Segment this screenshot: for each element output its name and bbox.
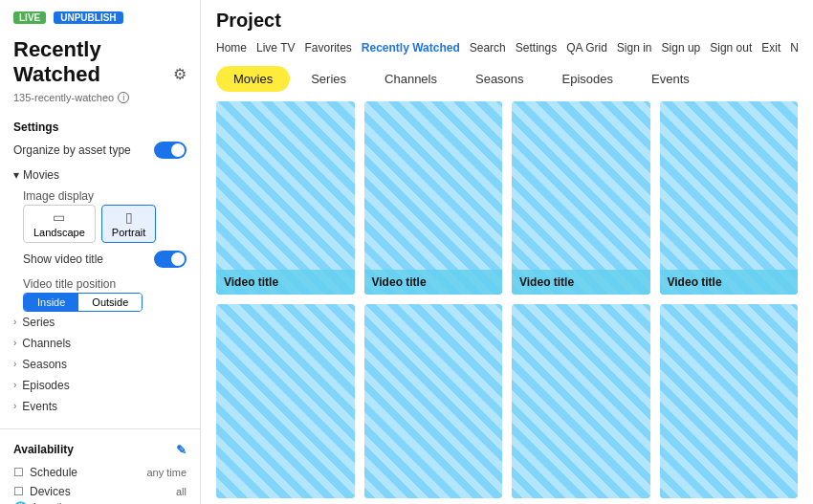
video-card[interactable]: Video title bbox=[660, 101, 799, 295]
tab-channels[interactable]: Channels bbox=[367, 66, 454, 92]
nav-link-qa-grid[interactable]: QA Grid bbox=[566, 37, 617, 58]
nav-link-new-playlist[interactable]: New Playlist bbox=[790, 37, 798, 58]
series-arrow-icon: › bbox=[13, 317, 16, 327]
seasons-collapsible[interactable]: › Seasons bbox=[13, 354, 187, 375]
channels-arrow-icon: › bbox=[13, 338, 16, 348]
outside-position-button[interactable]: Outside bbox=[78, 294, 142, 311]
video-card-title: Video title bbox=[364, 270, 503, 295]
page-title: Project bbox=[216, 10, 798, 32]
tabs-row: MoviesSeriesChannelsSeasonsEpisodesEvent… bbox=[201, 58, 813, 92]
availability-title: Availability bbox=[13, 443, 74, 456]
sidebar-id: 135-recently-watcheo i bbox=[0, 90, 200, 111]
nav-link-home[interactable]: Home bbox=[216, 37, 256, 58]
series-collapsible[interactable]: › Series bbox=[13, 312, 187, 333]
nav-link-live-tv[interactable]: Live TV bbox=[256, 37, 304, 58]
edit-availability-icon[interactable]: ✎ bbox=[176, 443, 187, 457]
settings-section-title: Settings bbox=[13, 121, 187, 134]
video-card-title: Video title bbox=[512, 270, 650, 295]
movies-arrow-icon: ▾ bbox=[13, 168, 19, 182]
nav-link-settings[interactable]: Settings bbox=[516, 37, 566, 58]
video-title-position-label: Video title position bbox=[23, 274, 187, 293]
video-grid: Video titleVideo titleVideo titleVideo t… bbox=[201, 92, 813, 504]
events-arrow-icon: › bbox=[13, 401, 16, 411]
tab-events[interactable]: Events bbox=[634, 66, 707, 92]
image-display-label: Image display bbox=[23, 186, 187, 205]
episodes-arrow-icon: › bbox=[13, 380, 16, 390]
landscape-icon: ▭ bbox=[53, 209, 65, 225]
schedule-label: Schedule bbox=[30, 466, 77, 479]
tab-episodes[interactable]: Episodes bbox=[545, 66, 630, 92]
episodes-collapsible[interactable]: › Episodes bbox=[13, 375, 187, 396]
video-card[interactable]: Video title bbox=[512, 101, 650, 295]
tab-movies[interactable]: Movies bbox=[216, 66, 290, 92]
show-video-title-label: Show video title bbox=[23, 252, 103, 266]
tab-seasons[interactable]: Seasons bbox=[458, 66, 541, 92]
inside-position-button[interactable]: Inside bbox=[24, 294, 78, 311]
devices-icon: ☐ bbox=[13, 485, 24, 498]
schedule-icon: ☐ bbox=[13, 466, 24, 479]
nav-link-recently-watched[interactable]: Recently Watched bbox=[362, 37, 470, 58]
video-card[interactable] bbox=[364, 304, 503, 497]
live-badge: LIVE bbox=[13, 11, 46, 24]
landscape-option[interactable]: ▭ Landscape bbox=[23, 205, 96, 243]
availability-section: Availability ✎ ☐ Schedule any time ☐ Dev… bbox=[0, 435, 200, 504]
events-collapsible[interactable]: › Events bbox=[13, 396, 187, 417]
show-video-title-toggle[interactable] bbox=[154, 251, 187, 268]
video-card[interactable]: Video title bbox=[216, 101, 355, 295]
nav-link-exit[interactable]: Exit bbox=[761, 37, 790, 58]
video-card[interactable] bbox=[216, 304, 355, 497]
devices-value: all bbox=[176, 486, 187, 497]
video-card[interactable]: Video title bbox=[364, 101, 503, 295]
nav-link-search[interactable]: Search bbox=[470, 37, 516, 58]
top-nav: HomeLive TVFavoritesRecently WatchedSear… bbox=[216, 37, 798, 58]
organize-label: Organize by asset type bbox=[13, 143, 131, 157]
organize-toggle[interactable] bbox=[154, 142, 187, 159]
content-area: Project HomeLive TVFavoritesRecently Wat… bbox=[201, 0, 813, 504]
nav-link-favorites[interactable]: Favorites bbox=[304, 37, 361, 58]
info-icon: i bbox=[118, 92, 129, 103]
video-card-title: Video title bbox=[660, 270, 799, 295]
unpublish-badge[interactable]: UNPUBLISH bbox=[54, 11, 122, 24]
schedule-value: any time bbox=[146, 467, 187, 478]
sidebar-title: Recently Watched bbox=[0, 33, 200, 90]
sidebar: LIVE UNPUBLISH ⚙ Recently Watched 135-re… bbox=[0, 0, 201, 504]
seasons-arrow-icon: › bbox=[13, 359, 16, 369]
image-display-options: ▭ Landscape ▯ Portrait bbox=[23, 205, 187, 243]
title-position-options: Inside Outside bbox=[23, 293, 143, 312]
nav-link-sign-up[interactable]: Sign up bbox=[662, 37, 711, 58]
video-card[interactable] bbox=[512, 304, 650, 497]
channels-collapsible[interactable]: › Channels bbox=[13, 333, 187, 354]
nav-link-sign-in[interactable]: Sign in bbox=[617, 37, 662, 58]
devices-label: Devices bbox=[30, 485, 71, 498]
portrait-icon: ▯ bbox=[125, 209, 133, 225]
movies-collapsible[interactable]: ▾ Movies bbox=[13, 164, 187, 186]
tab-series[interactable]: Series bbox=[294, 66, 363, 92]
nav-link-sign-out[interactable]: Sign out bbox=[710, 37, 761, 58]
portrait-option[interactable]: ▯ Portrait bbox=[101, 205, 156, 243]
video-card-title: Video title bbox=[216, 270, 355, 295]
video-card[interactable] bbox=[660, 304, 799, 497]
settings-gear-button[interactable]: ⚙ bbox=[173, 65, 187, 83]
